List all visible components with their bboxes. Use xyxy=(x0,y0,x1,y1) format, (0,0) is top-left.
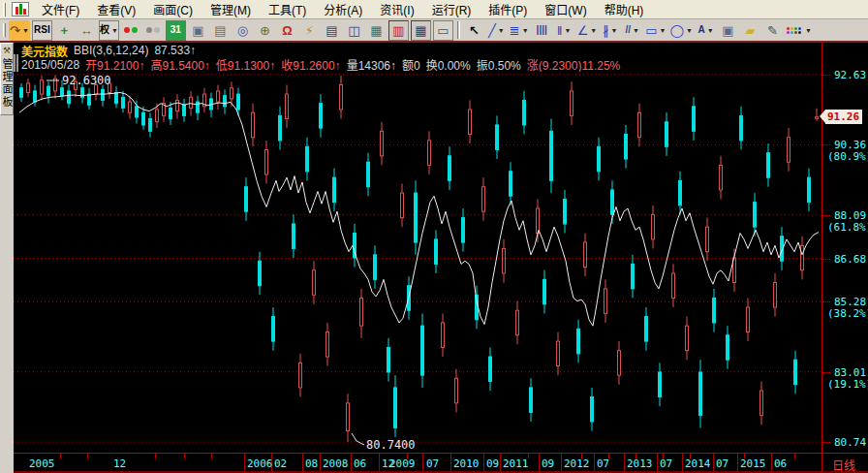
search-doc-icon[interactable]: ◎ xyxy=(232,20,253,41)
kline-mini-icon[interactable]: ▭ xyxy=(433,20,453,41)
sidebar-tab-management-panel[interactable]: ⚒ 管理面板 xyxy=(0,43,14,115)
menu-item[interactable]: 分析(A) xyxy=(315,0,371,19)
menu-item[interactable]: 资讯(I) xyxy=(371,0,422,19)
date-separator xyxy=(244,454,245,471)
symbol-name[interactable]: 美元指数 xyxy=(21,43,68,59)
vlines-icon[interactable]: |||| xyxy=(532,20,552,41)
palette-dot xyxy=(790,31,793,34)
copy-pages-icon[interactable]: ▣ xyxy=(188,20,208,41)
hscale-icon[interactable]: ↔ xyxy=(77,20,97,41)
dropdown-caret[interactable]: ▼ xyxy=(707,27,714,34)
date-label: 2006 xyxy=(247,457,273,470)
pointer-icon[interactable]: ↖ xyxy=(464,20,484,41)
candle-body xyxy=(367,162,370,187)
dropdown-caret[interactable]: ▼ xyxy=(611,27,618,34)
rights-button[interactable]: 权▼ xyxy=(99,20,119,41)
menu-item[interactable]: 窗口(W) xyxy=(536,0,595,19)
polyline-tool-icon[interactable]: ≣▼ xyxy=(509,20,530,41)
menubar-grip[interactable] xyxy=(3,3,6,16)
kline-grid-icon[interactable]: ▦ xyxy=(411,20,431,41)
dropdown-caret[interactable]: ▼ xyxy=(498,27,505,34)
low-annotation-leader xyxy=(352,433,364,445)
candle-body xyxy=(740,115,743,141)
text-tool-icon[interactable]: A▼ xyxy=(696,20,716,41)
dropdown-caret[interactable]: ▼ xyxy=(633,27,639,34)
menu-item[interactable]: 工具(T) xyxy=(260,0,315,19)
chart-window-icon[interactable]: ▦ xyxy=(366,20,387,41)
rsi-button[interactable]: RSI xyxy=(32,20,52,41)
dropdown-caret[interactable]: ▼ xyxy=(564,27,571,34)
candle-body xyxy=(774,283,777,308)
period-cell[interactable]: 日线 xyxy=(822,454,868,471)
channel-tool-icon[interactable]: ∦▼ xyxy=(600,20,620,41)
dropdown-caret[interactable]: ▼ xyxy=(805,27,812,34)
candle-body xyxy=(259,261,262,286)
open-chart-icon[interactable]: ↷▼ xyxy=(9,20,30,41)
open-chart-icon-glyph: ↷ xyxy=(10,24,20,37)
menu-item[interactable]: 帮助(H) xyxy=(596,0,653,19)
palette-icon[interactable]: ▼ xyxy=(785,20,813,41)
ellipse-tool-icon[interactable]: ◯▼ xyxy=(669,20,695,41)
candle-body xyxy=(693,107,696,132)
candle-body xyxy=(543,279,546,304)
menu-item[interactable]: 画面(C) xyxy=(144,0,202,19)
protect-icon[interactable]: ✎ xyxy=(762,20,783,41)
split-h-icon[interactable]: ▤ xyxy=(322,20,342,41)
candle-body xyxy=(360,298,363,326)
kline-red-icon[interactable]: ▥ xyxy=(388,20,409,41)
chart-window-icon-glyph: ▦ xyxy=(370,24,382,37)
price-axis[interactable]: 92.6391.2690.36(80.9%)88.09(61.8%)86.688… xyxy=(822,43,868,453)
palette-dot xyxy=(794,31,797,34)
date-label: 2008 xyxy=(323,457,349,470)
copy-icon[interactable]: ▣ xyxy=(718,20,738,41)
toolbar-grip[interactable] xyxy=(3,23,6,37)
channel-tool-icon-glyph: ∦ xyxy=(603,24,609,37)
plug-icon[interactable]: ⚡ xyxy=(299,20,320,41)
indicator-name[interactable]: BBI(3,6,12,24) xyxy=(74,44,148,57)
candle-body xyxy=(747,307,750,332)
bell-icon[interactable]: Ω xyxy=(277,20,297,41)
dropdown-caret[interactable]: ▼ xyxy=(686,27,693,34)
date-separator xyxy=(351,454,352,471)
candle-body xyxy=(489,357,492,382)
menu-item[interactable]: 运行(R) xyxy=(423,0,480,19)
globe-icon[interactable]: ⊕ xyxy=(255,20,275,41)
date-axis[interactable]: 2005122006020820080612200907201009201109… xyxy=(14,453,868,473)
hatch-tool-icon[interactable]: //▼ xyxy=(622,20,642,41)
date-separator xyxy=(422,454,423,471)
menu-item[interactable]: 查看(V) xyxy=(88,0,144,19)
candle-body xyxy=(27,83,30,93)
ellipse-tool-icon-glyph: ◯ xyxy=(670,24,685,37)
quote-field: 涨(9.2300)11.25% xyxy=(527,57,621,72)
date-label: 2014 xyxy=(685,457,711,470)
move-cross-icon[interactable]: + xyxy=(54,20,75,41)
price-plot[interactable]: 92.630080.7400 xyxy=(14,72,822,453)
date-tick xyxy=(184,454,185,458)
line-tool-icon[interactable]: ╱▼ xyxy=(486,20,507,41)
dropdown-caret[interactable]: ▼ xyxy=(22,27,29,34)
traffic-light-icon[interactable] xyxy=(121,20,141,41)
eraser-icon[interactable]: ▰ xyxy=(740,20,760,41)
dropdown-caret[interactable]: ▼ xyxy=(590,27,597,34)
fan-tool-icon[interactable]: ∠▼ xyxy=(576,20,599,41)
traffic-light-off-icon[interactable] xyxy=(143,20,164,41)
calendar-icon[interactable]: 31 xyxy=(166,20,186,41)
date-label: 2012 xyxy=(564,457,590,470)
book-icon[interactable]: ▤ xyxy=(210,20,231,41)
copy-icon-glyph: ▣ xyxy=(722,24,733,37)
dropdown-caret[interactable]: ▼ xyxy=(111,27,118,34)
current-price-tag: 91.26 xyxy=(825,110,862,124)
vlines-tool-icon[interactable]: ‖▼ xyxy=(554,20,574,41)
dropdown-caret[interactable]: ▼ xyxy=(522,27,529,34)
date-separator xyxy=(500,454,501,471)
menu-item[interactable]: 文件(F) xyxy=(33,0,88,19)
menu-item[interactable]: 插件(P) xyxy=(480,0,536,19)
candle-body xyxy=(333,177,336,203)
dropdown-caret[interactable]: ▼ xyxy=(660,27,666,34)
hscale-icon-glyph: ↔ xyxy=(80,24,93,37)
rect-tool-icon[interactable]: ▭▼ xyxy=(644,20,666,41)
split-v-icon[interactable]: ◫ xyxy=(344,20,364,41)
candle-body xyxy=(394,388,397,427)
menu-item[interactable]: 管理(M) xyxy=(202,0,260,19)
candle-body xyxy=(47,86,50,96)
